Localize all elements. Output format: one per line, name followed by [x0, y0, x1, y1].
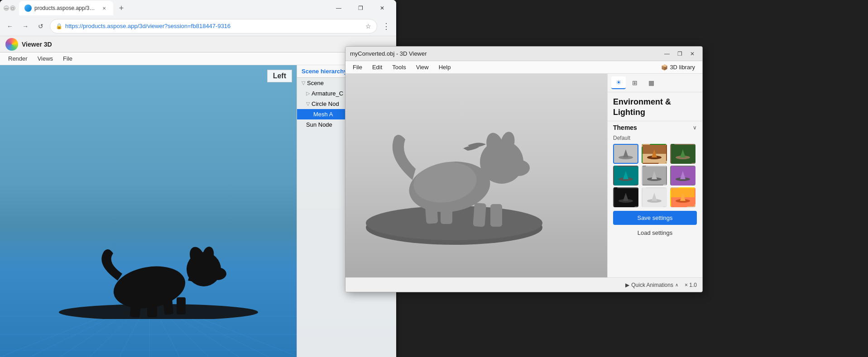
- browser-minimize-window[interactable]: —: [328, 1, 349, 15]
- dog-svg-browser: [59, 228, 258, 319]
- theme-swatch-warm[interactable]: [642, 144, 667, 164]
- browser-close-window[interactable]: ✕: [372, 1, 393, 15]
- panel-tab-table[interactable]: ▦: [644, 76, 658, 89]
- themes-default-label: Default: [608, 134, 702, 144]
- viewer-menu-tools[interactable]: Tools: [388, 62, 410, 72]
- new-tab-button[interactable]: +: [115, 2, 128, 14]
- theme-swatch-grey[interactable]: [642, 166, 667, 186]
- viewer-close-btn[interactable]: ✕: [687, 48, 698, 59]
- zoom-level-display: × 1.0: [685, 282, 697, 288]
- address-bar[interactable]: 🔒 https://products.aspose.app/3d/viewer?…: [50, 19, 377, 33]
- viewer-minimize-btn[interactable]: —: [662, 48, 672, 59]
- browser-navbar: ← → ↺ 🔒 https://products.aspose.app/3d/v…: [0, 16, 396, 36]
- app-menubar: Render Views File: [0, 52, 396, 65]
- viewer-menu-edit[interactable]: Edit: [368, 62, 387, 72]
- viewer-menu-file[interactable]: File: [348, 62, 367, 72]
- viewer-app-title: myConverted.obj - 3D Viewer: [350, 50, 427, 57]
- browser-tab-title: products.aspose.app/3d/viewer...: [34, 5, 98, 11]
- save-settings-button[interactable]: Save settings: [613, 211, 697, 225]
- load-settings-button[interactable]: Load settings: [613, 227, 697, 239]
- svg-point-17: [208, 267, 226, 280]
- svg-rect-33: [425, 200, 438, 224]
- panel-section-title: Environment & Lighting: [608, 92, 702, 121]
- viewer-bottombar: ▶ Quick Animations ∧ × 1.0: [345, 277, 702, 292]
- menu-views[interactable]: Views: [33, 53, 58, 64]
- svg-point-14: [59, 304, 258, 319]
- panel-buttons: Save settings Load settings: [608, 207, 702, 241]
- panel-tab-grid[interactable]: ⊞: [628, 76, 642, 89]
- quick-animations-button[interactable]: ▶ Quick Animations ∧: [623, 281, 681, 289]
- theme-swatch-forest[interactable]: [670, 144, 695, 164]
- svg-rect-21: [147, 300, 157, 317]
- url-text: https://products.aspose.app/3d/viewer?se…: [65, 23, 363, 29]
- themes-label: Themes: [613, 124, 637, 131]
- browser-viewport: Left Scene hierarchy t ▽ Scene ▷ Armatur…: [0, 65, 396, 357]
- menu-file[interactable]: File: [58, 53, 77, 64]
- viewer-right-panel: ☀ ⊞ ▦ Environment & Lighting Themes ∨ De…: [607, 74, 702, 277]
- svg-rect-32: [490, 204, 502, 227]
- menu-render[interactable]: Render: [4, 53, 32, 64]
- browser-restore-window[interactable]: ❐: [350, 1, 371, 15]
- themes-grid: [608, 144, 702, 207]
- dog-model-browser: [59, 228, 258, 321]
- browser-menu-button[interactable]: ⋮: [380, 20, 393, 33]
- panel-tab-lighting[interactable]: ☀: [611, 76, 626, 89]
- browser-tab-close[interactable]: ✕: [101, 5, 108, 12]
- browser-tab[interactable]: products.aspose.app/3d/viewer... ✕: [19, 1, 113, 15]
- refresh-button[interactable]: ↺: [34, 20, 47, 33]
- view-label: Left: [267, 70, 292, 82]
- svg-rect-34: [441, 201, 452, 224]
- quick-animations-label: Quick Animations: [631, 282, 673, 288]
- viewer-3d-viewport[interactable]: [345, 74, 607, 277]
- app-titlebar: Viewer 3D: [0, 36, 396, 52]
- theme-swatch-sunset[interactable]: [670, 187, 695, 207]
- svg-rect-20: [129, 299, 141, 318]
- browser-minimize-btn[interactable]: —: [4, 5, 9, 11]
- panel-tab-bar: ☀ ⊞ ▦: [608, 74, 702, 92]
- forward-button[interactable]: →: [19, 20, 32, 33]
- browser-window: — □ products.aspose.app/3d/viewer... ✕ +…: [0, 0, 396, 357]
- quick-animations-chevron-icon: ∧: [675, 282, 678, 287]
- browser-tab-favicon: [24, 5, 32, 12]
- viewer-menu-view[interactable]: View: [412, 62, 433, 72]
- animation-play-icon: ▶: [625, 282, 629, 288]
- viewer-app-titlebar: myConverted.obj - 3D Viewer — ❐ ✕: [345, 47, 702, 61]
- theme-swatch-default[interactable]: [613, 144, 638, 164]
- viewer-menu-help[interactable]: Help: [434, 62, 456, 72]
- theme-swatch-light[interactable]: [642, 187, 667, 207]
- viewer-3dlib-btn[interactable]: 📦 3D library: [657, 63, 700, 71]
- back-button[interactable]: ←: [4, 20, 16, 33]
- themes-section-header[interactable]: Themes ∨: [608, 121, 702, 134]
- browser-titlebar: — □ products.aspose.app/3d/viewer... ✕ +…: [0, 0, 396, 16]
- browser-maximize-btn[interactable]: □: [10, 5, 15, 11]
- themes-chevron-icon: ∨: [693, 124, 697, 131]
- viewer-main-content: ☀ ⊞ ▦ Environment & Lighting Themes ∨ De…: [345, 74, 702, 277]
- app-title: Viewer 3D: [22, 41, 52, 48]
- theme-swatch-dusk[interactable]: [670, 166, 695, 186]
- dog-model-app: [345, 74, 563, 264]
- viewer-menubar: File Edit Tools View Help 📦 3D library: [345, 61, 702, 74]
- viewer-window-controls: — ❐ ✕: [662, 48, 698, 59]
- svg-rect-31: [473, 203, 486, 227]
- theme-swatch-teal[interactable]: [613, 166, 638, 186]
- app-logo: [5, 38, 18, 51]
- theme-swatch-dark[interactable]: [613, 187, 638, 207]
- viewer-restore-btn[interactable]: ❐: [674, 48, 685, 59]
- svg-rect-23: [177, 297, 186, 314]
- svg-rect-22: [163, 298, 173, 315]
- viewer-app-window: myConverted.obj - 3D Viewer — ❐ ✕ File E…: [345, 46, 703, 292]
- svg-point-28: [507, 160, 530, 176]
